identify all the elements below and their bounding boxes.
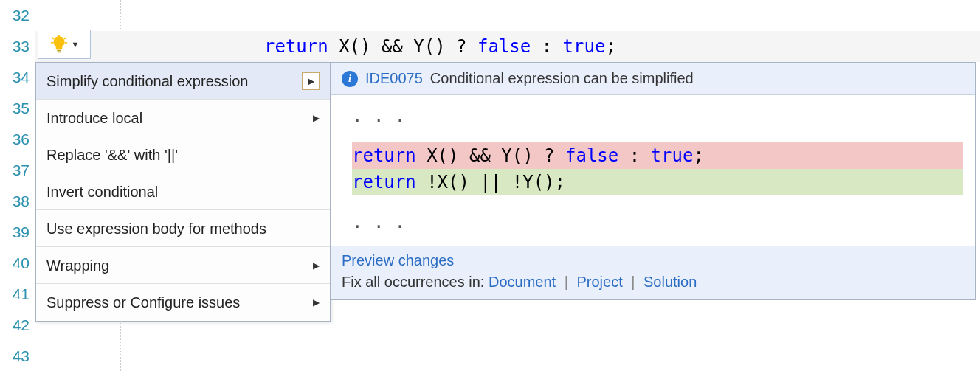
menu-item-label: Introduce local — [46, 100, 142, 136]
line-number: 37 — [0, 155, 35, 186]
preview-footer: Preview changes Fix all occurrences in: … — [331, 246, 975, 299]
line-number: 32 — [0, 0, 35, 31]
diagnostic-code[interactable]: IDE0075 — [365, 70, 423, 87]
separator: | — [560, 274, 572, 290]
fix-scope-link[interactable]: Project — [576, 274, 622, 290]
refactor-preview: i IDE0075 Conditional expression can be … — [331, 62, 976, 300]
menu-item[interactable]: Suppress or Configure issues▶ — [36, 284, 330, 321]
menu-item[interactable]: Invert conditional — [36, 173, 330, 210]
line-number: 34 — [0, 62, 35, 93]
line-number: 40 — [0, 248, 35, 279]
menu-item-label: Use expression body for methods — [46, 210, 266, 247]
line-number: 42 — [0, 310, 35, 341]
menu-item[interactable]: Introduce local▶ — [36, 100, 330, 136]
code-text: return X() && Y() ? false : true; — [264, 31, 616, 62]
menu-item[interactable]: Use expression body for methods — [36, 210, 330, 247]
line-number: 39 — [0, 217, 35, 248]
svg-rect-1 — [57, 52, 60, 52]
line-number: 33 — [0, 31, 35, 62]
menu-item-label: Wrapping — [46, 247, 109, 284]
submenu-arrow-icon: ▶ — [313, 284, 320, 321]
quick-actions-menu: Simplify conditional expression▶Introduc… — [35, 62, 331, 322]
line-number: 41 — [0, 279, 35, 310]
fix-label: Fix all occurrences in: — [342, 274, 489, 290]
fix-scope-link[interactable]: Solution — [643, 274, 697, 290]
ellipsis: . . . — [352, 103, 975, 129]
lightbulb-button[interactable]: ▼ — [38, 30, 91, 59]
svg-rect-0 — [57, 50, 61, 51]
diagnostic-message: Conditional expression can be simplified — [430, 70, 694, 87]
menu-item-label: Simplify conditional expression — [46, 63, 248, 100]
menu-item-label: Suppress or Configure issues — [46, 284, 240, 321]
menu-item[interactable]: Simplify conditional expression▶ — [36, 63, 330, 100]
diff-removed-line: return X() && Y() ? false : true; — [352, 142, 963, 169]
line-number: 36 — [0, 124, 35, 155]
menu-item-label: Invert conditional — [46, 173, 158, 210]
diff-added-line: return !X() || !Y(); — [352, 169, 963, 195]
fix-occurrences-row: Fix all occurrences in: Document | Proje… — [342, 274, 965, 291]
fix-scope-link[interactable]: Document — [489, 274, 556, 290]
code-area[interactable]: return X() && Y() ? false : true; ▼ Simp… — [35, 0, 980, 371]
info-icon: i — [342, 71, 358, 87]
line-number: 43 — [0, 341, 35, 371]
preview-changes-link[interactable]: Preview changes — [342, 252, 454, 269]
submenu-arrow-icon: ▶ — [302, 72, 320, 90]
lightbulb-icon — [49, 35, 69, 54]
menu-item[interactable]: Replace '&&' with '||' — [36, 136, 330, 173]
separator: | — [627, 274, 639, 290]
submenu-arrow-icon: ▶ — [313, 100, 320, 136]
line-number: 35 — [0, 93, 35, 124]
menu-item-label: Replace '&&' with '||' — [46, 136, 178, 173]
chevron-down-icon: ▼ — [72, 40, 80, 49]
preview-body: . . . return X() && Y() ? false : true; … — [331, 95, 975, 246]
line-number: 38 — [0, 186, 35, 217]
code-editor: 323334353637383940414243 return X() && Y… — [0, 0, 980, 371]
code-line[interactable]: return X() && Y() ? false : true; — [35, 31, 980, 62]
preview-header: i IDE0075 Conditional expression can be … — [331, 63, 975, 95]
line-number-gutter: 323334353637383940414243 — [0, 0, 35, 371]
ellipsis: . . . — [352, 209, 975, 235]
menu-item[interactable]: Wrapping▶ — [36, 247, 330, 284]
submenu-arrow-icon: ▶ — [313, 247, 320, 284]
